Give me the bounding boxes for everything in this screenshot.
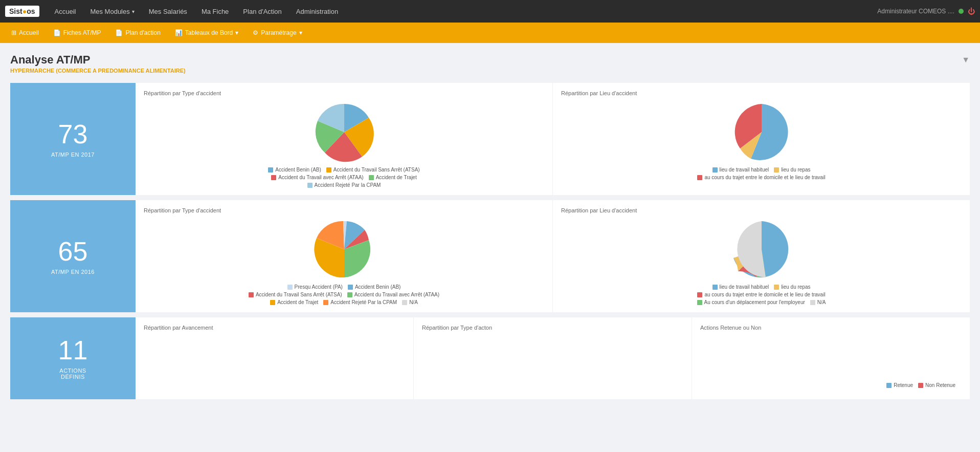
stat-box-2016: 65 AT/MP EN 2016 — [10, 200, 136, 312]
legend-item: N/A — [810, 299, 826, 305]
legend-item: lieu du repas — [774, 167, 810, 173]
nav-administration[interactable]: Administration — [290, 0, 344, 23]
chart-title-retenue: Actions Retenue ou Non — [700, 325, 962, 331]
row-actions: 11 ACTIONS DÉFINIS Répartition par Avanc… — [10, 317, 970, 399]
logo[interactable]: Sist●os — [5, 6, 39, 17]
row-2016: 65 AT/MP EN 2016 Répartition par Type d'… — [10, 200, 970, 312]
legend-dot — [697, 175, 702, 180]
chart-container-type-2016: Presqu Accident (PA) Accident Benin (AB)… — [144, 219, 544, 305]
file-icon: 📄 — [53, 29, 61, 36]
charts-area-2017: Répartition par Type d'accident — [136, 83, 970, 195]
secondary-nav: ⊞ Accueil 📄 Fiches AT/MP 📄 Plan d'action… — [0, 23, 980, 43]
chart-avancement: Répartition par Avancement — [136, 317, 414, 399]
actions-charts-area: Répartition par Avancement Répartition p… — [136, 317, 970, 399]
legend-item: Accident du Travail avec Arrêt (ATAA) — [271, 175, 363, 180]
legend-item: Accident Benin (AB) — [348, 284, 401, 290]
legend-dot — [697, 300, 702, 305]
stat-number-2017: 73 — [58, 121, 88, 147]
legend-dot — [326, 167, 331, 173]
legend-dot — [271, 175, 276, 180]
legend-dot — [348, 285, 353, 290]
chart-lieu-2017: Répartition par Lieu d'accident lieu d — [553, 83, 970, 195]
chart-type-acton: Répartition par Type d'acton — [414, 317, 692, 399]
user-label: Administrateur COMEOS .... — [877, 8, 954, 15]
legend-dot — [774, 285, 779, 290]
sec-nav-accueil[interactable]: ⊞ Accueil — [5, 23, 45, 43]
charts-area-2016: Répartition par Type d'accident — [136, 200, 970, 312]
pie-chart-type-2016 — [314, 219, 375, 280]
page-header: Analyse AT/MP HYPERMARCHE (COMMERCE A PR… — [10, 53, 970, 74]
legend-dot — [249, 292, 254, 297]
legend-lieu-2016: lieu de travail habituel lieu du repas a… — [654, 284, 869, 305]
legend-item: Accident Rejeté Par la CPAM — [307, 182, 381, 188]
main-content: Analyse AT/MP HYPERMARCHE (COMMERCE A PR… — [0, 43, 980, 452]
legend-item: Accident du Travail Sans Arrêt (ATSA) — [249, 292, 342, 297]
top-nav-right: Administrateur COMEOS .... ⏻ — [877, 7, 975, 15]
legend-dot — [268, 167, 273, 173]
nav-accueil[interactable]: Accueil — [49, 0, 82, 23]
legend-item: lieu de travail habituel — [712, 167, 769, 173]
home-icon: ⊞ — [11, 29, 16, 36]
legend-item: Accident Rejeté Par la CPAM — [323, 299, 397, 305]
legend-dot — [712, 285, 718, 290]
stat-label-actions: ACTIONS DÉFINIS — [59, 368, 86, 380]
legend-dot — [270, 300, 275, 305]
stat-label-2017: AT/MP EN 2017 — [51, 152, 95, 158]
legend-dot — [886, 383, 892, 388]
chart-container-type-2017: Accident Benin (AB) Accident du Travail … — [144, 101, 544, 188]
chart-container-lieu-2017: lieu de travail habituel lieu du repas a… — [561, 101, 962, 180]
row-2017: 73 AT/MP EN 2017 Répartition par Type d'… — [10, 83, 970, 195]
nav-ma-fiche[interactable]: Ma Fiche — [195, 0, 235, 23]
stat-number-2016: 65 — [58, 238, 88, 265]
legend-item: lieu du repas — [774, 284, 810, 290]
legend-dot — [774, 167, 779, 173]
nav-plan-action[interactable]: Plan d'Action — [237, 0, 287, 23]
legend-dot — [347, 292, 352, 297]
legend-item: au cours du trajet entre le domicile et … — [697, 292, 825, 297]
sec-nav-fiches[interactable]: 📄 Fiches AT/MP — [47, 23, 107, 43]
legend-item: Accident de Trajet — [270, 299, 318, 305]
legend-item: Accident du Travail Sans Arrêt (ATSA) — [326, 167, 420, 173]
nav-mes-modules[interactable]: Mes Modules ▾ — [84, 0, 140, 23]
page-subtitle: HYPERMARCHE (COMMERCE A PREDOMINANCE ALI… — [10, 68, 186, 74]
power-icon[interactable]: ⏻ — [968, 7, 975, 15]
filter-icon[interactable]: ▼ — [962, 55, 970, 64]
legend-dot — [307, 183, 313, 188]
stat-number-actions: 11 — [58, 337, 88, 363]
legend-item: Accident de Trajet — [369, 175, 417, 180]
plan-icon: 📄 — [115, 29, 123, 36]
sec-nav-parametrage[interactable]: ⚙ Paramétrage ▾ — [247, 23, 308, 43]
chart-title-lieu-2017: Répartition par Lieu d'accident — [561, 90, 962, 96]
sec-nav-tableaux[interactable]: 📊 Tableaux de Bord ▾ — [169, 23, 244, 43]
legend-item: Accident du Travail avec Arrêt (ATAA) — [347, 292, 439, 297]
chevron-down-icon: ▾ — [299, 29, 302, 36]
chart-container-lieu-2016: lieu de travail habituel lieu du repas a… — [561, 219, 962, 305]
legend-lieu-2017: lieu de travail habituel lieu du repas a… — [664, 167, 859, 180]
chart-icon: 📊 — [175, 29, 183, 36]
chart-lieu-2016: Répartition par Lieu d'accident — [553, 200, 970, 312]
pie-chart-type-2017 — [314, 101, 375, 163]
legend-item: Retenue — [886, 382, 913, 388]
chevron-down-icon: ▾ — [132, 9, 135, 14]
chart-title-lieu-2016: Répartition par Lieu d'accident — [561, 207, 962, 213]
legend-dot — [712, 167, 718, 173]
pie-chart-lieu-2017 — [731, 101, 792, 163]
legend-item: lieu de travail habituel — [712, 284, 769, 290]
legend-item: N/A — [402, 299, 418, 305]
nav-mes-salaries[interactable]: Mes Salariés — [143, 0, 193, 23]
legend-dot — [918, 383, 923, 388]
legend-dot — [402, 300, 407, 305]
legend-item: Presqu Accident (PA) — [287, 284, 343, 290]
chevron-down-icon: ▾ — [235, 29, 238, 36]
chart-type-2016: Répartition par Type d'accident — [136, 200, 553, 312]
stat-box-2017: 73 AT/MP EN 2017 — [10, 83, 136, 195]
legend-item: Accident Benin (AB) — [268, 167, 321, 173]
sec-nav-plan[interactable]: 📄 Plan d'action — [109, 23, 166, 43]
chart-title-avancement: Répartition par Avancement — [144, 325, 405, 331]
page-header-left: Analyse AT/MP HYPERMARCHE (COMMERCE A PR… — [10, 53, 186, 74]
stat-label-2016: AT/MP EN 2016 — [51, 269, 95, 275]
legend-dot — [697, 292, 702, 297]
top-nav-left: Sist●os Accueil Mes Modules ▾ Mes Salari… — [5, 0, 344, 23]
gear-icon: ⚙ — [253, 29, 258, 36]
chart-title-type-2016: Répartition par Type d'accident — [144, 207, 544, 213]
